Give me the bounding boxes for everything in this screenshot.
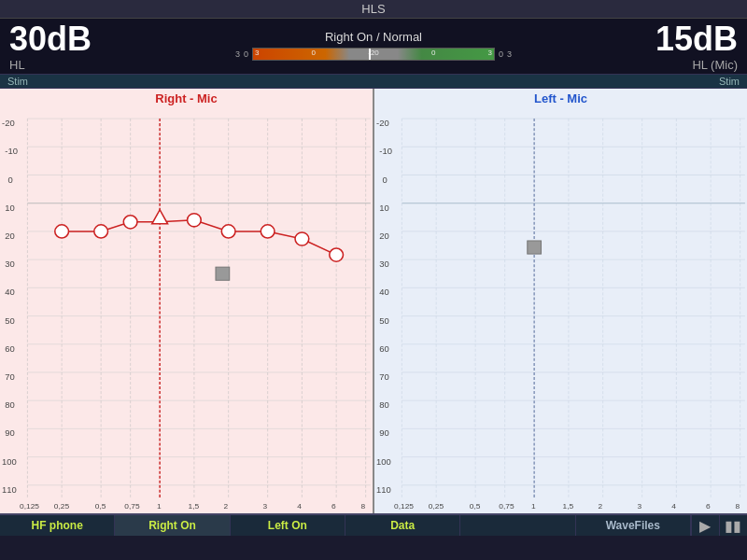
svg-marker-53 (152, 210, 168, 224)
svg-text:10: 10 (379, 203, 389, 213)
vu-needle (369, 49, 371, 60)
svg-text:70: 70 (379, 372, 389, 382)
vu-meter-container: 3 0 3 0 -20 0 3 0 3 (121, 48, 626, 61)
tab-bar: HF phone Right On Left On Data WaveFiles… (0, 513, 747, 536)
svg-text:40: 40 (379, 288, 389, 298)
svg-text:4: 4 (671, 502, 676, 511)
svg-text:0,125: 0,125 (20, 502, 39, 511)
vu-bar: 3 0 -20 0 3 (252, 48, 495, 61)
vu-scale-left: 3 (235, 49, 240, 59)
svg-text:70: 70 (5, 372, 15, 382)
svg-point-51 (94, 225, 108, 238)
svg-text:1: 1 (531, 502, 536, 511)
tab-left-on[interactable]: Left On (231, 515, 345, 536)
svg-text:50: 50 (379, 316, 389, 326)
svg-text:0,25: 0,25 (429, 502, 444, 511)
svg-text:30: 30 (5, 259, 15, 269)
svg-text:0,5: 0,5 (95, 502, 106, 511)
center-info: Right On / Normal 3 0 3 0 -20 0 3 0 3 (121, 22, 626, 61)
left-chart-panel: Left - Mic -20 -10 0 10 20 30 40 50 60 7… (374, 89, 747, 513)
svg-text:3: 3 (637, 502, 641, 511)
vu-inner-3l: 3 (255, 49, 259, 57)
left-chart-svg: -20 -10 0 10 20 30 40 50 60 70 80 90 100… (374, 109, 747, 513)
svg-point-56 (261, 225, 275, 238)
svg-text:8: 8 (360, 502, 365, 511)
tab-data[interactable]: Data (345, 515, 460, 536)
svg-point-57 (295, 232, 309, 245)
svg-text:6: 6 (706, 502, 711, 511)
right-db-value: 15dB (626, 22, 738, 56)
svg-text:80: 80 (379, 400, 389, 410)
svg-point-52 (123, 216, 137, 229)
svg-text:40: 40 (5, 288, 15, 298)
vu-inner-3r: 3 (488, 49, 492, 57)
nav-pause-button[interactable]: ▮▮ (719, 515, 747, 536)
svg-text:90: 90 (379, 429, 389, 439)
svg-text:1,5: 1,5 (189, 502, 200, 511)
svg-text:0: 0 (7, 175, 12, 185)
svg-text:-10: -10 (379, 147, 392, 157)
svg-text:20: 20 (5, 231, 15, 241)
svg-text:100: 100 (2, 457, 17, 467)
svg-text:20: 20 (379, 231, 389, 241)
svg-text:50: 50 (5, 316, 15, 326)
charts-area: Right - Mic -20 -10 0 10 20 30 40 50 60 … (0, 89, 747, 513)
svg-text:6: 6 (331, 502, 336, 511)
svg-point-50 (55, 225, 69, 238)
svg-text:110: 110 (2, 485, 17, 495)
svg-rect-59 (216, 267, 230, 280)
right-chart-panel: Right - Mic -20 -10 0 10 20 30 40 50 60 … (0, 89, 374, 513)
vu-inner-0l: 0 (312, 49, 316, 57)
svg-text:0,5: 0,5 (470, 502, 481, 511)
vu-scale-mid-left: 0 (244, 49, 248, 59)
right-hl-label: HL (Mic) (626, 58, 738, 72)
svg-text:10: 10 (5, 203, 15, 213)
svg-text:0,75: 0,75 (499, 502, 514, 511)
svg-text:30: 30 (379, 259, 389, 269)
vu-inner-0r: 0 (431, 49, 435, 57)
title-bar: HLS (0, 0, 747, 19)
svg-text:-20: -20 (2, 119, 15, 128)
header: 30dB HL Right On / Normal 3 0 3 0 -20 0 … (0, 19, 747, 74)
tab-wave-files[interactable]: WaveFiles (576, 515, 691, 536)
mode-label: Right On / Normal (121, 30, 626, 44)
stim-bar: Stim Stim (0, 74, 747, 89)
stim-left[interactable]: Stim (7, 76, 28, 87)
svg-text:2: 2 (223, 502, 228, 511)
svg-text:-10: -10 (5, 147, 18, 157)
right-chart-title: Right - Mic (0, 89, 373, 108)
svg-text:8: 8 (735, 502, 740, 511)
svg-text:90: 90 (5, 429, 15, 439)
svg-point-54 (188, 214, 202, 227)
svg-text:0: 0 (382, 175, 387, 185)
svg-text:60: 60 (379, 344, 389, 354)
svg-text:80: 80 (5, 400, 15, 410)
tab-hf-phone[interactable]: HF phone (0, 515, 115, 536)
right-chart-svg: -20 -10 0 10 20 30 40 50 60 70 80 90 100… (0, 109, 373, 513)
svg-rect-110 (528, 241, 542, 254)
svg-text:110: 110 (376, 485, 391, 495)
vu-scale-mid-right: 0 (499, 49, 503, 59)
left-chart-title: Left - Mic (374, 89, 747, 108)
svg-point-58 (330, 248, 344, 261)
svg-text:60: 60 (5, 344, 15, 354)
svg-text:0,125: 0,125 (394, 502, 414, 511)
vu-scale-right: 3 (507, 49, 512, 59)
svg-text:1: 1 (157, 502, 162, 511)
svg-text:0,75: 0,75 (124, 502, 140, 511)
svg-text:0,25: 0,25 (54, 502, 70, 511)
stim-right[interactable]: Stim (719, 76, 740, 87)
svg-text:3: 3 (262, 502, 267, 511)
nav-next-button[interactable]: ▶ (691, 515, 719, 536)
left-db-value: 30dB (9, 22, 121, 56)
svg-text:-20: -20 (376, 119, 389, 128)
left-hl-label: HL (9, 58, 121, 72)
svg-text:2: 2 (598, 502, 602, 511)
app-title: HLS (361, 2, 385, 16)
svg-text:4: 4 (297, 502, 302, 511)
svg-point-55 (221, 225, 235, 238)
tab-right-on[interactable]: Right On (115, 515, 230, 536)
svg-text:100: 100 (376, 457, 391, 467)
svg-text:1,5: 1,5 (563, 502, 574, 511)
